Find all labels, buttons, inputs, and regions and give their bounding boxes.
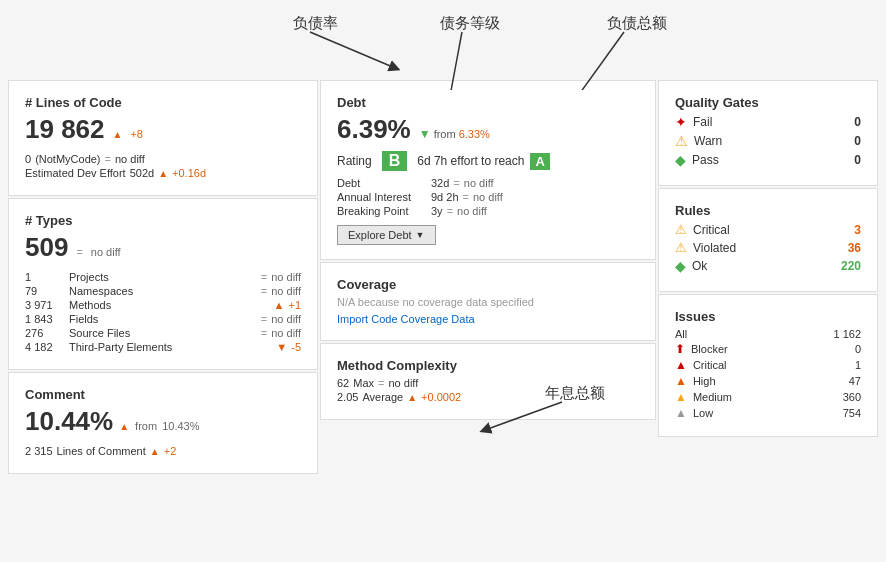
lines-trend-value: +8: [130, 128, 143, 140]
lines-trend-icon: ▲: [113, 129, 123, 140]
rules-row: ⚠Critical3: [675, 222, 861, 237]
debt-rows: Debt 32d = no diff Annual Interest 9d 2h…: [337, 177, 639, 217]
issues-panel: Issues All 1 162 ⬆Blocker0▲Critical1▲Hig…: [658, 294, 878, 437]
explore-debt-chevron: ▼: [416, 230, 425, 240]
dev-effort-label: Estimated Dev Effort: [25, 167, 126, 179]
types-row-item: 4 182 Third-Party Elements ▼ -5: [25, 341, 301, 353]
issues-row: ⬆Blocker0: [675, 342, 861, 356]
rating-badge: B: [382, 151, 408, 171]
comment-title: Comment: [25, 387, 301, 402]
types-row-item: 3 971 Methods ▲ +1: [25, 299, 301, 311]
debt-rating-row: Rating B 6d 7h effort to reach A: [337, 151, 639, 171]
types-row-item: 1 Projects = no diff: [25, 271, 301, 283]
comment-lines-row: 2 315 Lines of Comment ▲ +2: [25, 445, 301, 457]
issues-row: ▲Low754: [675, 406, 861, 420]
debt-row-item: Debt 32d = no diff: [337, 177, 639, 189]
complexity-max-diff: no diff: [388, 377, 418, 389]
lines-of-code-value: 19 862: [25, 114, 105, 145]
types-row-item: 276 Source Files = no diff: [25, 327, 301, 339]
rules-row: ◆Ok220: [675, 258, 861, 274]
notmycode-diff: no diff: [115, 153, 145, 165]
notmycode-label: (NotMyCode): [35, 153, 100, 165]
rules-row: ⚠Violated36: [675, 240, 861, 255]
complexity-max-val: 62: [337, 377, 349, 389]
issues-row: ▲Medium360: [675, 390, 861, 404]
types-value: 509: [25, 232, 68, 263]
complexity-avg-diff: +0.0002: [421, 391, 461, 403]
quality-gate-row: ◆Pass0: [675, 152, 861, 168]
complexity-max-row: 62 Max = no diff: [337, 377, 639, 389]
issues-all-label: All: [675, 328, 687, 340]
rules-title: Rules: [675, 203, 861, 218]
dev-effort-row: Estimated Dev Effort 502d ▲ +0.16d: [25, 167, 301, 179]
types-row-item: 1 843 Fields = no diff: [25, 313, 301, 325]
rules-rows: ⚠Critical3⚠Violated36◆Ok220: [675, 222, 861, 274]
issues-all-row: All 1 162: [675, 328, 861, 340]
complexity-max-label: Max: [353, 377, 374, 389]
dev-effort-diff: +0.16d: [172, 167, 206, 179]
types-rows: 1 Projects = no diff 79 Namespaces = no …: [25, 271, 301, 353]
debt-panel: Debt 6.39% ▼ from 6.33% Rating B 6d 7h e…: [320, 80, 656, 260]
import-coverage-link[interactable]: Import Code Coverage Data: [337, 313, 475, 325]
issues-rows: ⬆Blocker0▲Critical1▲High47▲Medium360▲Low…: [675, 342, 861, 420]
complexity-avg-val: 2.05: [337, 391, 358, 403]
quality-gate-row: ⚠Warn0: [675, 133, 861, 149]
quality-gates-title: Quality Gates: [675, 95, 861, 110]
effort-label: 6d 7h effort to reach: [417, 154, 524, 168]
comment-panel: Comment 10.44% ▲ from 10.43% 2 315 Lines…: [8, 372, 318, 474]
comment-lines-diff: +2: [164, 445, 177, 457]
comment-lines-label: Lines of Comment: [57, 445, 146, 457]
dev-effort-val: 502d: [130, 167, 154, 179]
coverage-panel: Coverage N/A because no coverage data sp…: [320, 262, 656, 341]
debt-value: 6.39%: [337, 114, 411, 145]
issues-title: Issues: [675, 309, 861, 324]
debt-row-item: Breaking Point 3y = no diff: [337, 205, 639, 217]
rules-panel: Rules ⚠Critical3⚠Violated36◆Ok220: [658, 188, 878, 292]
coverage-na-text: N/A because no coverage data specified: [337, 296, 639, 308]
debt-title: Debt: [337, 95, 639, 110]
effort-target: A: [530, 153, 549, 170]
issues-row: ▲High47: [675, 374, 861, 388]
types-panel: # Types 509 = no diff 1 Projects = no di…: [8, 198, 318, 370]
explore-debt-label: Explore Debt: [348, 229, 412, 241]
debt-from: ▼ from 6.33%: [419, 127, 490, 141]
comment-from: from 10.43%: [135, 420, 199, 432]
notmycode-count: 0: [25, 153, 31, 165]
types-row-item: 79 Namespaces = no diff: [25, 285, 301, 297]
debt-row-item: Annual Interest 9d 2h = no diff: [337, 191, 639, 203]
types-title: # Types: [25, 213, 301, 228]
comment-value: 10.44%: [25, 406, 113, 437]
quality-gates-rows: ✦Fail0⚠Warn0◆Pass0: [675, 114, 861, 168]
complexity-avg-label: Average: [362, 391, 403, 403]
rating-label: Rating: [337, 154, 372, 168]
issues-all-count: 1 162: [821, 328, 861, 340]
complexity-panel: Method Complexity 62 Max = no diff 2.05 …: [320, 343, 656, 420]
quality-gate-row: ✦Fail0: [675, 114, 861, 130]
coverage-title: Coverage: [337, 277, 639, 292]
lines-notmycode-row: 0 (NotMyCode) = no diff: [25, 153, 301, 165]
lines-of-code-panel: # Lines of Code 19 862 ▲ +8 0 (NotMyCode…: [8, 80, 318, 196]
explore-debt-button[interactable]: Explore Debt ▼: [337, 225, 436, 245]
comment-lines-count: 2 315: [25, 445, 53, 457]
complexity-avg-row: 2.05 Average ▲ +0.0002: [337, 391, 639, 403]
complexity-title: Method Complexity: [337, 358, 639, 373]
types-diff: no diff: [91, 246, 121, 258]
lines-of-code-title: # Lines of Code: [25, 95, 301, 110]
quality-gates-panel: Quality Gates ✦Fail0⚠Warn0◆Pass0: [658, 80, 878, 186]
issues-row: ▲Critical1: [675, 358, 861, 372]
